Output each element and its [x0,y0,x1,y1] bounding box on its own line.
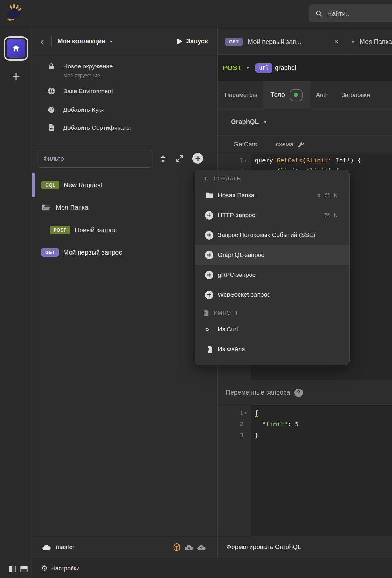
tab-body-label: Тело [270,91,285,99]
editor-gutter: 1▾ 2 3 [218,405,251,535]
url-input[interactable]: graphql [275,64,296,72]
cloud-upload-icon[interactable] [197,543,206,551]
variables-editor[interactable]: 1▾ 2 3 { "limit": 5 } [218,405,392,535]
settings-button[interactable]: Настройки [51,565,80,572]
plus-circle-icon [205,251,213,259]
gear-icon[interactable]: ⚙ [41,565,48,572]
file-import-icon [205,346,213,353]
url-bar: POST ▾ url graphql [218,55,392,81]
method-select[interactable]: POST [223,64,242,72]
tab-title: Мой первый зап... [248,38,301,46]
add-certificates-item[interactable]: Добавить Сертификаты [32,124,217,132]
tab-operation-getcats[interactable]: GetCats [234,141,257,148]
environment-item-new[interactable]: Новое окружение [32,63,217,70]
create-context-menu: + СОЗДАТЬ Новая Папка ⇧ ⌘ N HTTP-запрос … [195,170,350,365]
environment-item-base[interactable]: Base Environment [32,87,217,95]
fold-caret-icon[interactable]: ▾ [243,411,248,415]
request-item-moy-pervy-zapros[interactable]: GET Мой первый запрос [32,241,217,264]
layout-toggles [0,563,32,575]
plus-icon: + [12,69,20,84]
tab-headers[interactable]: Заголовки [335,81,377,109]
sync-footer: master [32,535,217,559]
chevron-left-icon: ‹ [41,36,44,47]
expand-all-button[interactable] [175,154,183,163]
environment-label: Base Environment [63,88,113,95]
plus-circle-icon [205,211,213,220]
lock-icon [47,63,55,70]
back-button[interactable]: ‹ [38,37,47,46]
menu-item-grpc-request[interactable]: gRPC-запрос [195,265,349,285]
shortcut-label: ⇧ ⌘ N [317,192,338,199]
workspace-home-button[interactable] [4,36,28,61]
menu-item-import-file[interactable]: Из Файла [195,339,349,359]
tab-moy-pervy-zapros[interactable]: GET Мой первый зап... × [218,29,346,54]
folder-item-moya-papka[interactable]: Моя Папка [32,196,217,219]
tab-folder-moya-papka[interactable]: Моя Папка [346,29,392,54]
request-item-new-request[interactable]: GQL New Request [32,174,217,196]
menu-item-import-curl[interactable]: >_ Из Curl [195,320,349,339]
header-divider [51,36,52,47]
plus-circle-icon [205,291,213,299]
chevron-down-icon[interactable]: ▾ [264,119,266,125]
expand-icon [175,154,183,163]
search-input[interactable] [327,10,379,17]
add-cookies-item[interactable]: Добавить Куки [32,106,217,114]
tab-body[interactable]: Тело [263,81,310,109]
folder-icon [352,38,354,46]
collection-title-button[interactable]: Моя коллекция ▾ [57,38,112,45]
statusbar: ⚙ Настройки [33,559,392,578]
cloud-icon [42,544,51,551]
collection-title: Моя коллекция [57,38,106,45]
body-type-select[interactable]: GraphQL [231,118,259,126]
folder-label: Моя Папка [56,204,88,211]
request-item-novy-zapros[interactable]: POST Новый запрос [32,219,217,241]
menu-item-new-folder[interactable]: Новая Папка ⇧ ⌘ N [195,185,349,205]
collection-sidebar: ‹ Моя коллекция ▾ Запуск Новое окружение… [32,28,218,559]
menu-item-http-request[interactable]: HTTP-запрос ⌘ N [195,205,349,225]
plus-circle-icon [205,271,213,279]
request-label: Новый запрос [75,226,117,234]
package-icon[interactable] [173,543,181,552]
format-graphql-button[interactable]: Форматировать GraphQL [226,543,301,551]
request-label: New Request [64,181,102,189]
schema-label: схема [276,141,294,148]
tab-title: Моя Папка [360,38,392,46]
menu-item-websocket-request[interactable]: WebSocket-запрос [195,285,349,305]
menu-item-graphql-request[interactable]: GraphQL-запрос [195,245,349,265]
wrench-icon [297,141,304,148]
add-certificates-label: Добавить Сертификаты [63,124,131,131]
help-icon[interactable]: ? [294,389,303,397]
global-search[interactable] [309,4,392,22]
chevron-down-icon[interactable]: ▾ [247,65,249,70]
run-collection-button[interactable]: Запуск [177,38,208,45]
request-list: GQL New Request Моя Папка POST Новый зап… [32,171,217,535]
app-logo-icon [5,4,24,24]
editor-code[interactable]: { "limit": 5 } [251,405,392,535]
tab-params[interactable]: Параметры [218,81,263,109]
environment-label: Новое окружение [63,63,113,70]
tab-schema[interactable]: схема [276,141,304,148]
git-branch-label: master [56,544,74,551]
method-badge-post: POST [50,226,70,234]
home-icon [12,44,21,53]
sort-button[interactable] [159,154,167,163]
create-section-header: + СОЗДАТЬ [195,172,349,185]
cloud-download-icon[interactable] [184,543,193,551]
line-number: 1 [240,409,243,416]
body-type-row: GraphQL ▾ [218,109,392,135]
close-tab-icon[interactable]: × [335,38,339,45]
method-badge-get: GET [225,38,243,46]
search-icon [315,10,323,17]
toggle-sidebar-icon[interactable] [9,566,16,572]
tab-auth[interactable]: Auth [310,81,335,109]
file-import-icon [201,310,210,317]
filter-input[interactable] [38,150,152,168]
fold-caret-icon[interactable]: ▾ [243,158,248,162]
create-section-label: СОЗДАТЬ [214,176,241,182]
menu-item-sse-request[interactable]: Запрос Потоковых Событий (SSE) [195,225,349,245]
topbar [0,0,392,28]
toggle-panel-icon[interactable] [20,566,28,572]
add-workspace-button[interactable]: + [0,68,32,86]
new-request-button[interactable] [192,153,203,164]
plus-icon: + [201,175,210,183]
